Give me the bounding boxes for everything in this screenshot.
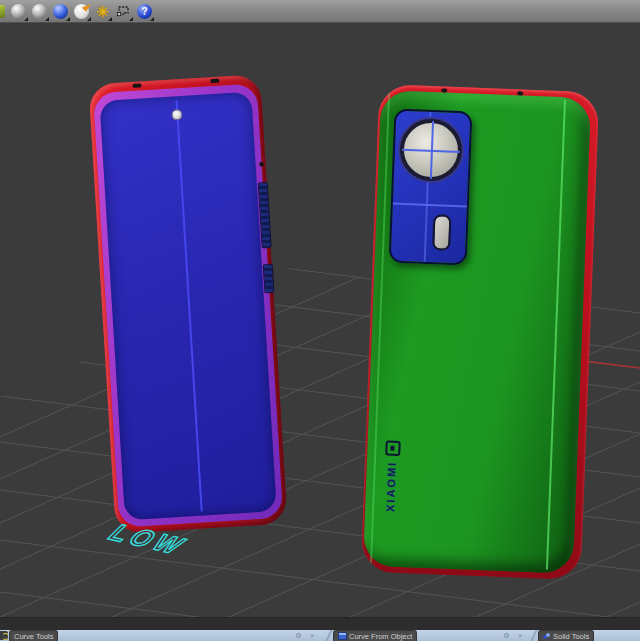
antenna-notch	[132, 83, 141, 88]
spotlight-sphere-icon[interactable]	[72, 2, 91, 21]
blue-material-sphere-icon[interactable]	[51, 2, 70, 21]
camera-module	[389, 109, 473, 266]
top-toolbar: ✳ ?	[0, 0, 640, 23]
module-grid-line-h	[393, 203, 467, 208]
dropdown-arrow-icon[interactable]	[66, 17, 70, 21]
viewport-bottom-band	[0, 617, 640, 630]
gear-icon[interactable]: ⚙	[295, 630, 302, 641]
close-icon[interactable]: ×	[310, 630, 314, 641]
tab-label: Solid Tools	[553, 632, 589, 641]
partial-tool-icon[interactable]	[0, 5, 5, 18]
antenna-notch	[517, 91, 523, 95]
close-icon[interactable]: ×	[518, 630, 522, 641]
dropdown-arrow-icon[interactable]	[24, 17, 28, 21]
brand-logo: XIAOMI	[382, 440, 401, 512]
camera-lens	[399, 118, 463, 182]
render-gear-icon[interactable]: ✳	[93, 2, 112, 21]
brand-logo-text: XIAOMI	[384, 460, 398, 512]
brand-badge-icon	[385, 440, 401, 456]
dropdown-arrow-icon[interactable]	[45, 17, 49, 21]
window-icon	[338, 632, 347, 640]
phone-front-screen	[99, 92, 276, 520]
dropdown-arrow-icon[interactable]	[108, 17, 112, 21]
solid-dots-icon	[543, 633, 551, 640]
antenna-notch	[441, 88, 447, 92]
partial-tab-icon[interactable]	[0, 631, 8, 640]
power-button-model	[263, 264, 275, 294]
tab-label: Curve From Object	[349, 632, 412, 641]
tab-divider	[530, 630, 537, 641]
camera-punch-hole	[171, 109, 183, 121]
gear-icon[interactable]: ⚙	[503, 630, 510, 641]
3d-viewport[interactable]: LOW XIAOMI	[0, 22, 640, 630]
phone-back-body: XIAOMI	[363, 90, 591, 574]
phone-front-model[interactable]	[88, 74, 287, 534]
screen-center-seam	[176, 100, 203, 511]
phone-back-model[interactable]: XIAOMI	[361, 84, 600, 580]
tab-divider	[325, 630, 332, 641]
antenna-notch	[210, 79, 219, 84]
body-seam-right	[546, 100, 566, 570]
dropdown-arrow-icon[interactable]	[87, 17, 91, 21]
tab-solid-tools[interactable]: Solid Tools	[538, 630, 594, 641]
material-sphere-2-icon[interactable]	[30, 2, 49, 21]
tab-curve-tools[interactable]: Curve Tools	[9, 630, 58, 641]
lasso-select-icon[interactable]	[114, 2, 133, 21]
dropdown-arrow-icon[interactable]	[129, 17, 133, 21]
material-sphere-icon[interactable]	[9, 2, 28, 21]
tab-curve-from-object[interactable]: Curve From Object	[333, 630, 417, 641]
tab-label: Curve Tools	[14, 632, 53, 641]
toolbar-tab-bar: Curve Tools ⚙ × Curve From Object ⚙ × So…	[0, 630, 640, 641]
side-detail-dot	[259, 162, 263, 166]
gear-glyph: ✳	[96, 4, 109, 19]
dropdown-arrow-icon[interactable]	[150, 17, 154, 21]
cone-glyph	[82, 1, 92, 12]
camera-flash	[432, 214, 451, 251]
help-icon[interactable]: ?	[135, 2, 154, 21]
